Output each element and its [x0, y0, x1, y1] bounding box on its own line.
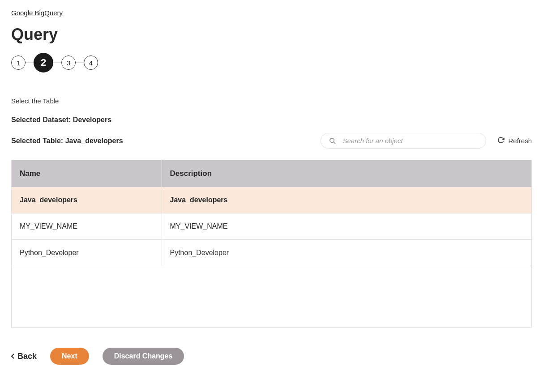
selected-table-info: Selected Table: Java_developers [11, 137, 123, 145]
table-row[interactable]: MY_VIEW_NAMEMY_VIEW_NAME [12, 213, 531, 240]
breadcrumb-link[interactable]: Google BigQuery [11, 9, 63, 17]
selected-dataset-info: Selected Dataset: Developers [11, 116, 532, 124]
chevron-left-icon [11, 352, 15, 361]
search-box[interactable] [321, 133, 486, 149]
svg-line-1 [333, 142, 335, 144]
table-container: Name Description Java_developersJava_dev… [11, 160, 532, 328]
next-button[interactable]: Next [50, 348, 89, 365]
step-connector [76, 63, 84, 63]
table-header-name: Name [12, 160, 162, 187]
step-3[interactable]: 3 [61, 55, 76, 70]
step-1[interactable]: 1 [11, 55, 26, 70]
table-cell-description: Java_developers [162, 187, 531, 213]
step-4[interactable]: 4 [84, 55, 98, 70]
svg-point-0 [330, 138, 334, 142]
back-label: Back [17, 352, 37, 361]
footer-actions: Back Next Discard Changes [11, 348, 532, 365]
table-cell-name: MY_VIEW_NAME [12, 213, 162, 240]
refresh-button[interactable]: Refresh [497, 136, 532, 145]
table-cell-name: Python_Developer [12, 240, 162, 266]
back-button[interactable]: Back [11, 352, 37, 361]
search-input[interactable] [342, 137, 478, 145]
discard-button[interactable]: Discard Changes [103, 348, 184, 365]
table-row[interactable]: Python_DeveloperPython_Developer [12, 240, 531, 266]
refresh-label: Refresh [508, 137, 532, 145]
section-label: Select the Table [11, 97, 532, 105]
stepper: 1234 [11, 53, 532, 72]
search-icon [329, 137, 336, 145]
table-header-description: Description [162, 160, 531, 187]
step-connector [26, 63, 34, 63]
table-cell-description: MY_VIEW_NAME [162, 213, 531, 240]
tables-table: Name Description Java_developersJava_dev… [12, 160, 531, 266]
refresh-icon [497, 136, 505, 145]
step-2[interactable]: 2 [34, 53, 53, 72]
table-cell-description: Python_Developer [162, 240, 531, 266]
table-row[interactable]: Java_developersJava_developers [12, 187, 531, 213]
step-connector [53, 63, 61, 63]
page-title: Query [11, 25, 532, 44]
table-cell-name: Java_developers [12, 187, 162, 213]
